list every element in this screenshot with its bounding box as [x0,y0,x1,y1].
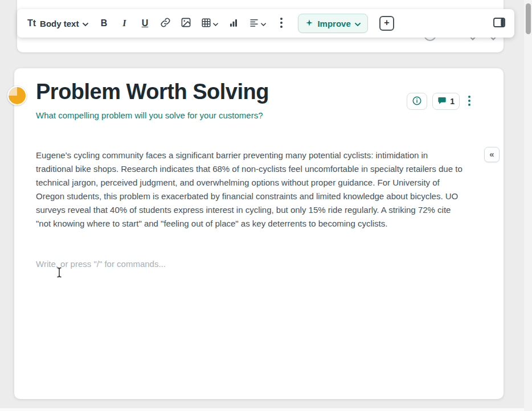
link-icon [160,17,171,30]
bold-icon: B [101,18,108,28]
comment-count: 1 [450,97,455,106]
section-progress-icon [7,86,27,105]
insert-image-button[interactable] [176,14,195,33]
insert-table-button[interactable] [197,14,223,33]
chevron-down-icon [83,19,88,28]
italic-button[interactable]: I [114,14,134,33]
text-style-label: Body text [40,19,79,28]
section-card: Problem Worth Solving What compelling pr… [14,68,504,399]
sparkle-icon [305,19,313,28]
underline-button[interactable]: U [135,14,154,33]
chevron-down-icon [261,19,266,28]
editor-viewport: Tt Body text B I U [0,0,532,411]
comments-button[interactable]: 1 [432,93,460,110]
vertical-dots-icon [280,18,283,30]
side-panel-icon [493,18,505,29]
collapse-chevrons-icon: « [489,149,494,159]
bar-chart-icon [228,18,239,30]
align-button[interactable] [244,14,271,33]
improve-button[interactable]: Improve [298,14,367,33]
underline-icon: U [142,18,149,28]
text-cursor-icon [56,267,63,280]
italic-icon: I [122,18,126,28]
chevron-down-icon [213,19,218,28]
section-info-button[interactable] [407,93,427,110]
comment-icon [437,96,447,107]
next-section-edge [0,408,532,411]
section-body-text[interactable]: Eugene's cycling community faces a signi… [36,149,464,231]
chevron-down-icon [355,19,361,28]
collapse-panel-button[interactable]: « [484,147,500,162]
section-header-controls: 1 [407,93,474,110]
section-prompt: What compelling problem will you solve f… [36,110,263,120]
improve-label: Improve [317,19,350,28]
section-title: Problem Worth Solving [36,80,269,104]
text-style-dropdown[interactable]: Tt Body text [23,14,93,33]
panel-toggle-button[interactable] [489,14,509,33]
text-style-icon: Tt [27,18,36,28]
section-menu-button[interactable] [465,93,474,110]
insert-chart-button[interactable] [224,14,243,33]
overflow-menu-button[interactable] [272,14,291,33]
vertical-dots-icon [468,96,470,108]
link-button[interactable] [155,14,175,33]
formatting-toolbar: Tt Body text B I U [17,9,514,38]
add-block-button[interactable]: + [379,16,394,31]
scrollbar-track[interactable] [524,0,532,411]
info-icon [412,96,422,108]
table-icon [201,18,211,30]
bold-button[interactable]: B [94,14,113,33]
scrollbar-thumb[interactable] [526,3,531,34]
align-left-icon [249,18,259,30]
plus-icon: + [384,18,389,28]
image-icon [181,17,191,30]
